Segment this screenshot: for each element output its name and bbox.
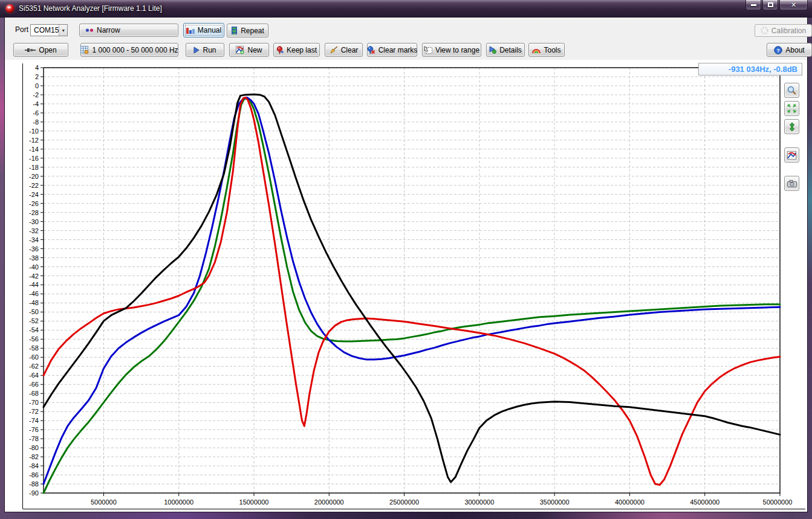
y-tick-label: -56 (29, 335, 39, 343)
y-tick-label: -38 (29, 254, 39, 262)
y-tick-label: -60 (29, 353, 39, 361)
y-tick-label: -88 (29, 480, 39, 488)
keep-last-icon (276, 46, 284, 54)
y-tick-label: -54 (29, 326, 39, 334)
y-tick-label: -14 (29, 146, 39, 153)
y-tick-label: -44 (29, 281, 39, 288)
y-tick-label: -2 (33, 91, 39, 98)
clear-button[interactable]: Clear (325, 43, 363, 57)
x-tick-label: 30000000 (464, 498, 494, 506)
y-tick-label: -68 (29, 390, 39, 397)
title-bar[interactable]: Si5351 Network Analyzer [Firmware 1.1 Li… (0, 0, 812, 18)
details-icon (489, 46, 496, 54)
y-tick-label: -62 (29, 363, 39, 370)
trace-black (44, 94, 780, 482)
y-tick-label: 2 (35, 73, 39, 80)
y-tick-label: -32 (29, 227, 39, 234)
fit-button[interactable] (784, 101, 799, 116)
vertical-fit-icon (789, 122, 795, 132)
trace-blue (44, 97, 780, 484)
maximize-icon (768, 2, 773, 7)
y-tick-label: -72 (29, 408, 39, 415)
repeat-button[interactable]: Repeat (227, 24, 268, 37)
snapshot-button[interactable] (784, 176, 799, 191)
minimize-button[interactable] (745, 0, 761, 10)
y-tick-label: -58 (29, 344, 39, 352)
y-tick-label: -22 (29, 182, 39, 189)
frequency-response-chart[interactable]: 420-2-4-6-8-10-12-14-16-18-20-22-24-26-2… (5, 60, 807, 512)
y-tick-label: -10 (29, 127, 39, 135)
y-tick-label: 4 (35, 64, 39, 71)
narrow-button[interactable]: Narrow (79, 24, 178, 37)
vertical-fit-button[interactable] (784, 119, 799, 134)
y-tick-label: -52 (29, 317, 39, 324)
y-tick-label: -78 (29, 435, 39, 442)
svg-text:?: ? (777, 47, 781, 53)
zoom-icon (787, 86, 796, 95)
y-tick-label: -16 (29, 155, 39, 162)
y-tick-label: -28 (29, 209, 39, 216)
new-button[interactable]: New (229, 43, 269, 57)
x-tick-label: 10000000 (164, 498, 193, 506)
zoom-button[interactable] (784, 83, 799, 98)
y-tick-label: -50 (29, 308, 39, 315)
run-button[interactable]: Run (186, 43, 224, 57)
y-tick-label: -82 (29, 453, 39, 460)
clear-marks-icon (367, 46, 375, 54)
x-tick-label: 45000000 (690, 498, 719, 506)
repeat-icon (231, 27, 238, 34)
open-icon (25, 47, 36, 53)
x-tick-label: 20000000 (314, 498, 344, 506)
close-icon: ✕ (791, 2, 796, 8)
range-icon (80, 46, 89, 54)
x-tick-label: 5000000 (91, 498, 117, 506)
client-area: Port COM15 ▼ Narrow Manual (5, 18, 807, 512)
clear-icon (330, 46, 338, 54)
maximize-button[interactable] (762, 0, 778, 10)
x-tick-label: 40000000 (615, 498, 645, 506)
y-tick-label: -48 (29, 299, 39, 306)
y-tick-label: -80 (29, 444, 39, 451)
keep-last-button[interactable]: Keep last (273, 43, 320, 57)
new-icon (236, 46, 244, 54)
open-button[interactable]: Open (13, 43, 68, 57)
y-tick-label: -26 (29, 200, 39, 207)
y-tick-label: -70 (29, 399, 39, 406)
y-tick-label: -8 (33, 118, 39, 126)
manual-button[interactable]: Manual (183, 23, 224, 37)
port-label: Port (15, 25, 28, 34)
x-tick-label: 25000000 (389, 498, 419, 506)
toolbar: Port COM15 ▼ Narrow Manual (5, 18, 807, 60)
chevron-down-icon: ▼ (59, 25, 67, 36)
window-title: Si5351 Network Analyzer [Firmware 1.1 Li… (19, 4, 162, 13)
view-to-range-icon (424, 46, 432, 54)
calibration-icon (761, 27, 768, 34)
details-button[interactable]: Details (486, 43, 525, 57)
narrow-icon (85, 28, 94, 33)
tools-button[interactable]: Tools (528, 43, 565, 57)
snapshot-icon (787, 180, 797, 187)
y-tick-label: -74 (29, 417, 39, 424)
y-tick-label: -84 (29, 462, 39, 469)
y-tick-label: -90 (29, 489, 39, 497)
y-tick-label: -34 (29, 236, 39, 243)
trace-red (44, 97, 780, 485)
tools-icon (532, 47, 541, 54)
trace-green (44, 98, 780, 493)
frequency-readout: -931 034Hz, -0.8dB (698, 63, 802, 76)
range-button[interactable]: 1 000 000 - 50 000 000 Hz (80, 43, 178, 57)
y-tick-label: 0 (35, 82, 39, 89)
close-button[interactable]: ✕ (779, 0, 808, 10)
minimize-icon (751, 4, 756, 6)
about-button[interactable]: ? About (767, 43, 812, 57)
y-tick-label: -42 (29, 272, 39, 280)
x-tick-label: 15000000 (239, 498, 269, 506)
clear-marks-button[interactable]: Clear marks (367, 43, 417, 57)
desktop: Si5351 Network Analyzer [Firmware 1.1 Li… (0, 0, 812, 519)
y-tick-label: -24 (29, 191, 39, 198)
view-to-range-button[interactable]: View to range (422, 43, 481, 57)
y-tick-label: -86 (29, 471, 39, 479)
port-select[interactable]: COM15 ▼ (30, 24, 68, 36)
chart-mode-button[interactable] (784, 147, 799, 163)
calibration-button[interactable]: Calibration (755, 24, 812, 37)
